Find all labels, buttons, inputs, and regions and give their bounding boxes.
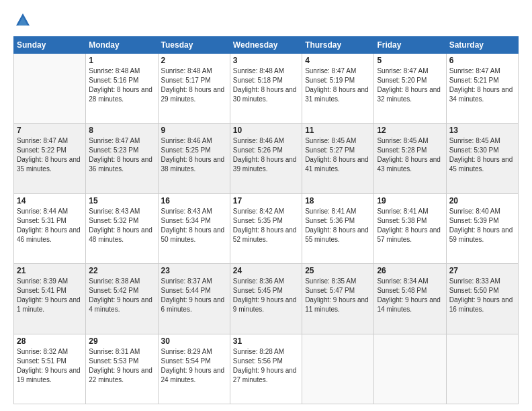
calendar-cell: 10Sunrise: 8:46 AMSunset: 5:26 PMDayligh… [230,124,302,193]
day-info: Sunrise: 8:47 AMSunset: 5:22 PMDaylight:… [17,136,83,174]
calendar-cell: 1Sunrise: 8:48 AMSunset: 5:16 PMDaylight… [86,54,158,124]
day-number: 1 [89,56,154,65]
calendar-cell: 17Sunrise: 8:42 AMSunset: 5:35 PMDayligh… [230,193,302,263]
day-number: 28 [17,336,83,346]
day-info: Sunrise: 8:38 AMSunset: 5:42 PMDaylight:… [89,277,154,314]
calendar-cell: 3Sunrise: 8:48 AMSunset: 5:18 PMDaylight… [230,54,302,124]
day-info: Sunrise: 8:48 AMSunset: 5:18 PMDaylight:… [233,66,299,104]
day-number: 9 [161,126,227,135]
calendar-cell: 28Sunrise: 8:32 AMSunset: 5:51 PMDayligh… [14,334,86,404]
day-info: Sunrise: 8:33 AMSunset: 5:50 PMDaylight:… [449,277,515,314]
calendar-cell: 6Sunrise: 8:47 AMSunset: 5:21 PMDaylight… [446,54,518,124]
calendar-cell: 2Sunrise: 8:48 AMSunset: 5:17 PMDaylight… [158,54,230,124]
day-number: 23 [161,266,227,275]
week-row-3: 14Sunrise: 8:44 AMSunset: 5:31 PMDayligh… [14,193,519,263]
calendar-cell: 22Sunrise: 8:38 AMSunset: 5:42 PMDayligh… [86,264,158,334]
day-info: Sunrise: 8:46 AMSunset: 5:26 PMDaylight:… [233,136,299,174]
calendar-cell: 8Sunrise: 8:47 AMSunset: 5:23 PMDaylight… [86,124,158,193]
day-number: 14 [17,196,83,205]
calendar-cell: 16Sunrise: 8:43 AMSunset: 5:34 PMDayligh… [158,193,230,263]
day-number: 16 [161,196,227,205]
calendar-cell [302,334,374,404]
day-info: Sunrise: 8:28 AMSunset: 5:56 PMDaylight:… [233,347,299,385]
day-info: Sunrise: 8:31 AMSunset: 5:53 PMDaylight:… [89,347,154,385]
day-number: 25 [305,266,371,275]
day-info: Sunrise: 8:43 AMSunset: 5:34 PMDaylight:… [161,207,227,244]
calendar-cell: 31Sunrise: 8:28 AMSunset: 5:56 PMDayligh… [230,334,302,404]
day-number: 12 [377,126,443,135]
weekday-header-monday: Monday [86,37,158,54]
calendar-cell: 15Sunrise: 8:43 AMSunset: 5:32 PMDayligh… [86,193,158,263]
day-info: Sunrise: 8:41 AMSunset: 5:36 PMDaylight:… [305,207,371,244]
day-info: Sunrise: 8:43 AMSunset: 5:32 PMDaylight:… [89,207,154,244]
day-number: 20 [449,196,515,205]
day-info: Sunrise: 8:45 AMSunset: 5:27 PMDaylight:… [305,136,371,174]
day-number: 10 [233,126,299,135]
calendar-table: SundayMondayTuesdayWednesdayThursdayFrid… [13,36,519,404]
weekday-header-row: SundayMondayTuesdayWednesdayThursdayFrid… [14,37,519,54]
calendar-cell: 9Sunrise: 8:46 AMSunset: 5:25 PMDaylight… [158,124,230,193]
calendar-cell: 13Sunrise: 8:45 AMSunset: 5:30 PMDayligh… [446,124,518,193]
day-number: 7 [17,126,83,135]
day-info: Sunrise: 8:47 AMSunset: 5:19 PMDaylight:… [305,66,371,104]
calendar-cell: 19Sunrise: 8:41 AMSunset: 5:38 PMDayligh… [374,193,446,263]
day-info: Sunrise: 8:39 AMSunset: 5:41 PMDaylight:… [17,277,83,314]
day-number: 18 [305,196,371,205]
day-info: Sunrise: 8:40 AMSunset: 5:39 PMDaylight:… [449,207,515,244]
weekday-header-sunday: Sunday [14,37,86,54]
calendar-cell: 18Sunrise: 8:41 AMSunset: 5:36 PMDayligh… [302,193,374,263]
day-number: 3 [233,56,299,65]
page: SundayMondayTuesdayWednesdayThursdayFrid… [0,0,532,411]
day-number: 2 [161,56,227,65]
weekday-header-saturday: Saturday [446,37,518,54]
day-info: Sunrise: 8:29 AMSunset: 5:54 PMDaylight:… [161,347,227,385]
day-info: Sunrise: 8:47 AMSunset: 5:20 PMDaylight:… [377,66,443,104]
day-info: Sunrise: 8:41 AMSunset: 5:38 PMDaylight:… [377,207,443,244]
day-number: 21 [17,266,83,275]
calendar-cell [446,334,518,404]
calendar-cell: 23Sunrise: 8:37 AMSunset: 5:44 PMDayligh… [158,264,230,334]
calendar-cell: 20Sunrise: 8:40 AMSunset: 5:39 PMDayligh… [446,193,518,263]
calendar-cell: 24Sunrise: 8:36 AMSunset: 5:45 PMDayligh… [230,264,302,334]
calendar-cell: 26Sunrise: 8:34 AMSunset: 5:48 PMDayligh… [374,264,446,334]
week-row-4: 21Sunrise: 8:39 AMSunset: 5:41 PMDayligh… [14,264,519,334]
day-info: Sunrise: 8:47 AMSunset: 5:21 PMDaylight:… [449,66,515,104]
day-info: Sunrise: 8:42 AMSunset: 5:35 PMDaylight:… [233,207,299,244]
weekday-header-wednesday: Wednesday [230,37,302,54]
day-number: 29 [89,336,154,346]
calendar-cell: 7Sunrise: 8:47 AMSunset: 5:22 PMDaylight… [14,124,86,193]
day-info: Sunrise: 8:35 AMSunset: 5:47 PMDaylight:… [305,277,371,314]
calendar-cell: 5Sunrise: 8:47 AMSunset: 5:20 PMDaylight… [374,54,446,124]
day-number: 27 [449,266,515,275]
weekday-header-friday: Friday [374,37,446,54]
day-number: 24 [233,266,299,275]
logo-icon [13,11,32,30]
calendar-cell: 12Sunrise: 8:45 AMSunset: 5:28 PMDayligh… [374,124,446,193]
day-info: Sunrise: 8:48 AMSunset: 5:17 PMDaylight:… [161,66,227,104]
day-info: Sunrise: 8:47 AMSunset: 5:23 PMDaylight:… [89,136,154,174]
weekday-header-thursday: Thursday [302,37,374,54]
day-info: Sunrise: 8:46 AMSunset: 5:25 PMDaylight:… [161,136,227,174]
logo [13,11,35,30]
calendar-cell: 21Sunrise: 8:39 AMSunset: 5:41 PMDayligh… [14,264,86,334]
day-number: 4 [305,56,371,65]
day-number: 11 [305,126,371,135]
calendar-cell [14,54,86,124]
day-number: 5 [377,56,443,65]
calendar-cell: 30Sunrise: 8:29 AMSunset: 5:54 PMDayligh… [158,334,230,404]
day-info: Sunrise: 8:32 AMSunset: 5:51 PMDaylight:… [17,347,83,385]
calendar-cell: 14Sunrise: 8:44 AMSunset: 5:31 PMDayligh… [14,193,86,263]
day-number: 26 [377,266,443,275]
calendar-cell: 27Sunrise: 8:33 AMSunset: 5:50 PMDayligh… [446,264,518,334]
day-number: 13 [449,126,515,135]
day-info: Sunrise: 8:48 AMSunset: 5:16 PMDaylight:… [89,66,154,104]
day-number: 22 [89,266,154,275]
day-info: Sunrise: 8:36 AMSunset: 5:45 PMDaylight:… [233,277,299,314]
day-info: Sunrise: 8:37 AMSunset: 5:44 PMDaylight:… [161,277,227,314]
calendar-cell: 25Sunrise: 8:35 AMSunset: 5:47 PMDayligh… [302,264,374,334]
day-number: 17 [233,196,299,205]
calendar-cell: 29Sunrise: 8:31 AMSunset: 5:53 PMDayligh… [86,334,158,404]
day-number: 30 [161,336,227,346]
day-info: Sunrise: 8:34 AMSunset: 5:48 PMDaylight:… [377,277,443,314]
day-info: Sunrise: 8:45 AMSunset: 5:30 PMDaylight:… [449,136,515,174]
